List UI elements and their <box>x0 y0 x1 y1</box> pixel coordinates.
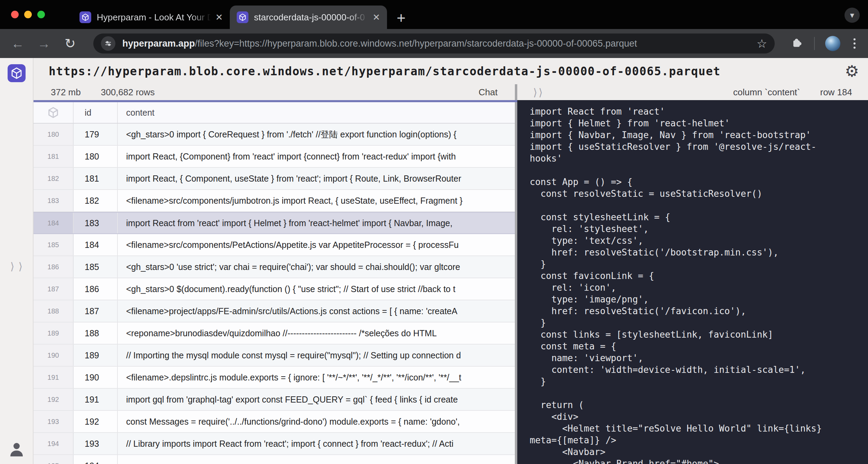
table-row[interactable]: 189188<reponame>brunodiasdev/quizdomilha… <box>34 322 515 345</box>
id-cell[interactable]: 179 <box>74 124 118 145</box>
chat-button[interactable]: Chat <box>479 87 498 98</box>
id-cell[interactable]: 192 <box>74 411 118 432</box>
close-tab-icon[interactable]: ✕ <box>372 12 380 23</box>
table-row[interactable]: 186185<gh_stars>0 'use strict'; var chai… <box>34 256 515 278</box>
column-header-content[interactable]: content <box>118 102 515 123</box>
sidebar-collapse-button[interactable]: ⟩⟩ <box>0 260 33 272</box>
row-number-cell[interactable]: 191 <box>34 367 74 388</box>
row-number-cell[interactable]: 185 <box>34 234 74 255</box>
table-row[interactable]: 184183import React from 'react' import {… <box>34 212 515 234</box>
table-row[interactable]: 185184<filename>src/components/PetAction… <box>34 234 515 256</box>
row-number-cell[interactable]: 190 <box>34 345 74 366</box>
table-row[interactable]: 192191import gql from 'graphql-tag' expo… <box>34 389 515 411</box>
back-button[interactable]: ← <box>10 37 26 50</box>
id-cell[interactable]: 180 <box>74 146 118 167</box>
table-row[interactable]: 181180import React, {Component} from 're… <box>34 146 515 168</box>
content-cell[interactable]: const Messages = require('../../function… <box>118 411 515 432</box>
row-number-cell[interactable]: 192 <box>34 389 74 410</box>
content-cell[interactable]: <reponame>brunodiasdev/quizdomilhao //--… <box>118 322 515 344</box>
file-size: 372 mb <box>51 87 81 98</box>
close-tab-icon[interactable]: ✕ <box>215 12 223 23</box>
row-number-cell[interactable]: 180 <box>34 124 74 145</box>
content-cell[interactable]: <filename>project/apps/FE-admin/src/util… <box>118 300 515 322</box>
row-number-cell[interactable]: 183 <box>34 190 74 211</box>
hyperparam-logo[interactable] <box>8 64 26 82</box>
id-cell[interactable]: 183 <box>74 213 118 233</box>
table-row[interactable]: 183182<filename>src/components/jumbotron… <box>34 190 515 212</box>
bookmark-star-icon[interactable]: ☆ <box>757 37 767 50</box>
forward-button[interactable]: → <box>36 37 52 50</box>
cell-content-viewer[interactable]: import React from 'react' import { Helme… <box>517 100 868 464</box>
row-number-cell[interactable]: 195 <box>34 455 74 464</box>
table-row[interactable]: 188187<filename>project/apps/FE-admin/sr… <box>34 300 515 322</box>
browser-toolbar: ← → ↻ hyperparam.app/files?key=https://h… <box>0 29 868 58</box>
table-row[interactable]: 190189// Importing the mysql module cons… <box>34 345 515 367</box>
browser-menu-button[interactable] <box>851 37 858 50</box>
maximize-window-button[interactable] <box>37 11 45 18</box>
tab-search-button[interactable]: ▾ <box>845 8 860 23</box>
column-header-id[interactable]: id <box>74 102 118 123</box>
id-cell[interactable]: 187 <box>74 300 118 322</box>
table-row[interactable]: 187186<gh_stars>0 $(document).ready(func… <box>34 278 515 300</box>
content-cell[interactable]: <filename>.depslintrc.js module.exports … <box>118 367 515 388</box>
table-row[interactable]: 182181import React, { Component, useStat… <box>34 168 515 190</box>
collapse-panel-button[interactable]: ⟩⟩ <box>533 86 544 98</box>
close-window-button[interactable] <box>11 11 19 18</box>
site-settings-icon[interactable] <box>101 36 115 51</box>
row-number-cell[interactable]: 182 <box>34 168 74 189</box>
content-cell[interactable] <box>118 455 515 464</box>
id-cell[interactable]: 190 <box>74 367 118 388</box>
id-cell[interactable]: 188 <box>74 322 118 344</box>
row-number-cell[interactable]: 189 <box>34 322 74 344</box>
new-tab-button[interactable]: + <box>397 10 406 26</box>
row-number-cell[interactable]: 187 <box>34 278 74 300</box>
profile-avatar[interactable] <box>825 36 840 51</box>
content-cell[interactable]: <gh_stars>0 'use strict'; var chai = req… <box>118 256 515 278</box>
corner-logo-cell[interactable] <box>34 102 74 123</box>
table-row[interactable]: 194193// Library imports import React fr… <box>34 433 515 455</box>
content-cell[interactable]: <gh_stars>0 import { CoreRequest } from … <box>118 124 515 145</box>
file-url-title: https://hyperparam.blob.core.windows.net… <box>49 65 840 78</box>
table-row[interactable]: 195194 <box>34 455 515 464</box>
reload-button[interactable]: ↻ <box>62 37 78 50</box>
content-cell[interactable]: <filename>src/components/jumbotron.js im… <box>118 190 515 211</box>
id-cell[interactable]: 186 <box>74 278 118 300</box>
content-cell[interactable]: // Importing the mysql module const mysq… <box>118 345 515 366</box>
content-cell[interactable]: import React from 'react' import { Helme… <box>118 213 515 233</box>
id-cell[interactable]: 194 <box>74 455 118 464</box>
gear-icon[interactable]: ⚙ <box>845 63 859 79</box>
table-row[interactable]: 191190<filename>.depslintrc.js module.ex… <box>34 367 515 389</box>
id-cell[interactable]: 191 <box>74 389 118 410</box>
id-cell[interactable]: 184 <box>74 234 118 255</box>
user-account-icon[interactable] <box>9 443 24 458</box>
id-cell[interactable]: 182 <box>74 190 118 211</box>
tab-starcoderdata-parquet[interactable]: starcoderdata-js-00000-of-0 ✕ <box>230 6 387 29</box>
minimize-window-button[interactable] <box>24 11 32 18</box>
tab-hyperparam-home[interactable]: Hyperparam - Look At Your D ✕ <box>73 6 230 29</box>
pane-divider[interactable] <box>515 84 517 464</box>
content-cell[interactable]: <gh_stars>0 $(document).ready(function (… <box>118 278 515 300</box>
row-number-cell[interactable]: 193 <box>34 411 74 432</box>
table-row[interactable]: 193192const Messages = require('../../fu… <box>34 411 515 433</box>
extensions-icon[interactable] <box>790 36 804 51</box>
id-cell[interactable]: 189 <box>74 345 118 366</box>
hyperparam-favicon-icon <box>79 11 91 23</box>
row-number-cell[interactable]: 188 <box>34 300 74 322</box>
hyperparam-app-page: https://hyperparam.blob.core.windows.net… <box>0 58 868 464</box>
content-cell[interactable]: // Library imports import React from 're… <box>118 433 515 454</box>
row-number-cell[interactable]: 181 <box>34 146 74 167</box>
id-cell[interactable]: 181 <box>74 168 118 189</box>
content-cell[interactable]: import gql from 'graphql-tag' export con… <box>118 389 515 410</box>
row-count: 300,682 rows <box>101 87 155 98</box>
content-cell[interactable]: <filename>src/components/PetActions/Appe… <box>118 234 515 255</box>
id-cell[interactable]: 193 <box>74 433 118 454</box>
content-cell[interactable]: import React, {Component} from 'react' i… <box>118 146 515 167</box>
window-controls <box>11 11 45 18</box>
row-number-cell[interactable]: 194 <box>34 433 74 454</box>
row-number-cell[interactable]: 186 <box>34 256 74 278</box>
row-number-cell[interactable]: 184 <box>34 213 74 233</box>
content-cell[interactable]: import React, { Component, useState } fr… <box>118 168 515 189</box>
table-row[interactable]: 180179<gh_stars>0 import { CoreRequest }… <box>34 124 515 146</box>
id-cell[interactable]: 185 <box>74 256 118 278</box>
address-bar[interactable]: hyperparam.app/files?key=https://hyperpa… <box>93 33 775 54</box>
